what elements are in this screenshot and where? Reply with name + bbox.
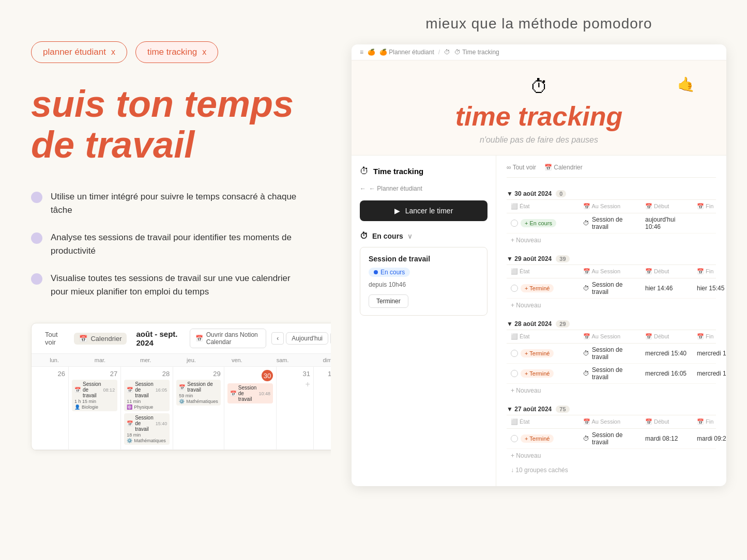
group-27-label: ▼ 27 août 2024: [507, 406, 552, 413]
add-new-27[interactable]: + Nouveau: [507, 449, 716, 462]
group-28-header[interactable]: ▼ 28 août 2024 29: [507, 316, 716, 330]
status-29-1: + Terminé: [521, 284, 554, 292]
group-29-count: 39: [556, 255, 569, 262]
timer-btn-label: Lancer le timer: [405, 207, 453, 215]
th-debut-28: 📅 Début: [641, 333, 693, 340]
calendar-header-left: Tout voir 📅 Calendrier août - sept. 2024: [40, 329, 181, 348]
group-28-count: 29: [556, 320, 569, 328]
feature-icon-1: [31, 192, 42, 203]
td-debut-27-1: mardi 08:12: [641, 435, 693, 442]
td-session-28-1: ⏱ Session de travail: [579, 346, 641, 361]
td-session-30-1: ⏱ Session de travail: [579, 216, 641, 230]
cal-view-all[interactable]: Tout voir: [40, 329, 69, 348]
breadcrumb-planner-label[interactable]: 🍊 Planner étudiant: [379, 49, 434, 56]
th-session-29: 📅 Au Session: [579, 268, 641, 275]
play-icon: ▶: [394, 207, 400, 215]
group-27-header[interactable]: ▼ 27 août 2024 75: [507, 401, 716, 415]
cal-date-29: 29: [176, 370, 221, 378]
cal-view-all-label: Tout voir: [45, 331, 64, 346]
notion-page-header: ⏱ time tracking n'oublie pas de faire de…: [352, 60, 726, 155]
back-link[interactable]: ← ← Planner étudiant: [360, 185, 487, 192]
cal-open-btn[interactable]: 📅 Ouvrir dans Notion Calendar: [190, 329, 267, 348]
cal-event-27-1[interactable]: 📅Session de travail 08:12 1 h 15 min 👤Bi…: [72, 380, 117, 411]
feature-text-3: Visualise toutes tes sessions de travail…: [51, 272, 300, 298]
calendar-grid: lun. mar. mer. jeu. ven. sam. dim. 26 27: [32, 354, 351, 450]
add-new-29[interactable]: + Nouveau: [507, 299, 716, 312]
group-27-count: 75: [556, 406, 569, 413]
cal-event-29-1[interactable]: 📅Session de travail 59 min ⚙️Mathématiqu…: [176, 380, 221, 406]
row-29-1[interactable]: + Terminé ⏱ Session de travail hier 14:4…: [507, 278, 716, 299]
breadcrumb-tracking-label[interactable]: ⏱ Time tracking: [454, 49, 499, 56]
back-link-arrow: ←: [360, 185, 366, 192]
th-session-30: 📅 Au Session: [579, 203, 641, 210]
timer-icon: ⏱: [360, 166, 369, 177]
cal-event-28-1-sub: 11 min: [127, 399, 167, 404]
row-28-2[interactable]: + Terminé ⏱ Session de travail mercredi …: [507, 364, 716, 384]
cal-event-27-1-sub2: 👤Biologie: [74, 405, 98, 410]
cal-day-lun: lun.: [32, 354, 77, 366]
tag-planner-close[interactable]: x: [111, 48, 115, 57]
page-icon: ⏱: [383, 76, 695, 98]
cal-date-31: 31: [280, 370, 310, 378]
td-fin-29-1: hier 15:45: [693, 285, 726, 292]
cal-day-ven: ven.: [214, 354, 260, 366]
tag-tracking[interactable]: time tracking x: [135, 41, 218, 63]
session-icon-29-1: ⏱: [583, 285, 589, 292]
cal-event-28-1-sub2: ⚛️Physique: [127, 405, 153, 410]
notion-window: ≡ 🍊 🍊 Planner étudiant / ⏱ ⏱ Time tracki…: [352, 44, 726, 486]
heading-line1: suis ton temps: [31, 83, 294, 125]
add-new-28[interactable]: + Nouveau: [507, 384, 716, 397]
cal-prev-btn[interactable]: ‹: [271, 332, 284, 345]
tag-tracking-label: time tracking: [147, 47, 197, 57]
hidden-groups[interactable]: ↓ 10 groupes cachés: [507, 462, 716, 478]
cal-day-sam: sam.: [260, 354, 305, 366]
row-27-1[interactable]: + Terminé ⏱ Session de travail mardi 08:…: [507, 429, 716, 449]
th-etat-28: ⬜ État: [507, 333, 579, 340]
view-tab-cal[interactable]: 📅 Calendrier: [544, 164, 583, 173]
td-debut-30-1: aujourd'hui 10:46: [641, 216, 693, 230]
heading-line2: de travail: [31, 124, 194, 165]
cal-view-calendar[interactable]: 📅 Calendrier: [74, 333, 127, 345]
cal-cell-27: 27 📅Session de travail 08:12 1 h 15 min …: [69, 367, 121, 449]
handwriting-subtitle: mieux que la méthode pomodoro: [352, 15, 726, 32]
cal-event-28-2[interactable]: 📅Session de travail 15:40 18 min ⚙️Mathé…: [124, 413, 170, 445]
tag-planner[interactable]: planner étudiant x: [31, 41, 127, 63]
timer-section-header: ⏱ Time tracking: [360, 166, 487, 177]
cal-day-mar: mar.: [77, 354, 123, 366]
table-header-30: ⬜ État 📅 Au Session 📅 Début 📅 Fin: [507, 200, 716, 213]
cal-event-28-2-title: 📅Session de travail 15:40: [127, 415, 167, 432]
lancer-timer-btn[interactable]: ▶ Lancer le timer: [360, 200, 487, 221]
feature-icon-2: [31, 232, 42, 244]
add-event-31[interactable]: +: [306, 380, 310, 389]
cal-event-29-1-sub: 59 min: [179, 393, 218, 398]
add-new-30[interactable]: + Nouveau: [507, 234, 716, 247]
cal-cell-28: 28 📅Session de travail 16:05 11 min ⚛️Ph…: [121, 367, 173, 449]
table-header-28: ⬜ État 📅 Au Session 📅 Début 📅 Fin: [507, 330, 716, 344]
terminer-btn[interactable]: Terminer: [369, 294, 408, 308]
th-debut-29: 📅 Début: [641, 268, 693, 275]
check-28-2: [511, 370, 518, 377]
row-28-1[interactable]: + Terminé ⏱ Session de travail mercredi …: [507, 344, 716, 364]
group-chevron[interactable]: ∨: [407, 232, 413, 240]
group-30-label: ▼ 30 août 2024: [507, 190, 552, 197]
calendar-month-label: août - sept. 2024: [136, 330, 181, 347]
feature-item-1: Utilise un timer intégré pour suivre le …: [31, 190, 300, 216]
th-session-27: 📅 Au Session: [579, 418, 641, 425]
main-heading: suis ton temps de travail: [31, 84, 300, 165]
cal-event-28-1-title: 📅Session de travail 16:05: [127, 381, 167, 398]
group-30-header[interactable]: ▼ 30 août 2024 0: [507, 186, 716, 200]
breadcrumb-menu-icon[interactable]: ≡: [360, 49, 363, 56]
row-30-1[interactable]: + En cours ⏱ Session de travail aujourd'…: [507, 213, 716, 234]
cal-event-30-1[interactable]: 📅Session de travail 10:48: [227, 383, 273, 403]
tag-tracking-close[interactable]: x: [202, 48, 206, 57]
features-list: Utilise un timer intégré pour suivre le …: [31, 190, 300, 298]
session-card: Session de travail En cours depuis 10h46…: [360, 247, 487, 316]
cal-event-28-1[interactable]: 📅Session de travail 16:05 11 min ⚛️Physi…: [124, 380, 170, 411]
cal-today-btn[interactable]: Aujourd'hui: [286, 332, 328, 345]
breadcrumb-sep: /: [438, 49, 440, 56]
group-29-header[interactable]: ▼ 29 août 2024 39: [507, 251, 716, 265]
tags-row: planner étudiant x time tracking x: [31, 41, 300, 63]
feature-text-1: Utilise un timer intégré pour suivre le …: [51, 190, 300, 216]
view-tab-all[interactable]: ∞ Tout voir: [507, 164, 536, 173]
session-icon-28-2: ⏱: [583, 370, 589, 377]
